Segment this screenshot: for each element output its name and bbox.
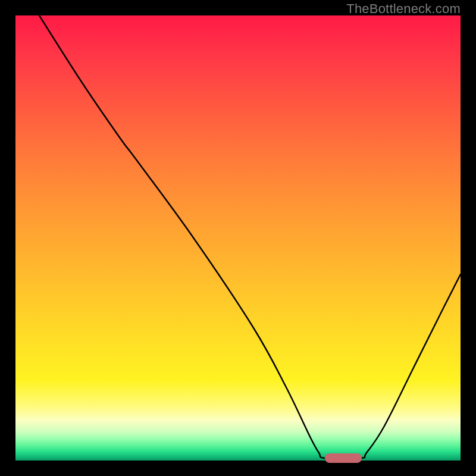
watermark-text: TheBottleneck.com [346, 1, 461, 17]
plot-area [15, 15, 461, 461]
chart-frame: TheBottleneck.com [0, 0, 476, 476]
bottleneck-curve [15, 15, 461, 461]
optimal-range-marker [325, 453, 362, 463]
